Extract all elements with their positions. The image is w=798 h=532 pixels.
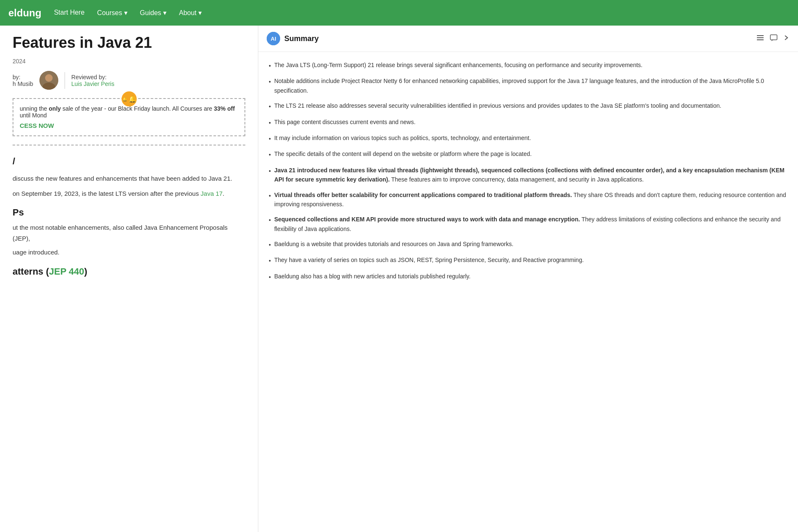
bullet-point: • [269, 272, 271, 282]
list-icon[interactable] [756, 34, 764, 44]
bullet-point: • [269, 77, 271, 95]
summary-item: •Baeldung also has a blog with new artic… [269, 272, 788, 282]
summary-item-text: This page content discusses current even… [274, 117, 416, 127]
jep-paragraph-2: uage introduced. [13, 247, 245, 258]
intro-section-label: / [13, 156, 245, 167]
svg-text:🔔: 🔔 [122, 97, 127, 102]
summary-header: AI Summary [258, 26, 798, 52]
summary-item-text: Baeldung is a website that provides tuto… [274, 239, 513, 249]
summary-item: •The Java LTS (Long-Term Support) 21 rel… [269, 60, 788, 70]
summary-item: •The LTS 21 release also addresses sever… [269, 101, 788, 111]
summary-title: Summary [284, 34, 752, 43]
summary-panel: AI Summary [258, 26, 798, 532]
bullet-point: • [269, 102, 271, 111]
access-now-button[interactable]: CESS NOW [20, 122, 238, 129]
bullet-point: • [269, 61, 271, 70]
bullet-point: • [269, 134, 271, 143]
intro-paragraph-2: on September 19, 2023, is the latest LTS… [13, 188, 245, 199]
reviewer-avatar [39, 71, 58, 90]
summary-item-text: The Java LTS (Long-Term Support) 21 rele… [274, 60, 642, 70]
summary-item: •They have a variety of series on topics… [269, 255, 788, 265]
summary-item-text: Java 21 introduced new features like vir… [274, 166, 788, 184]
summary-ai-icon: AI [267, 32, 280, 45]
promo-banner: 🔔 🔔 unning the only sale of the year - o… [13, 98, 245, 136]
patterns-heading: atterns (JEP 440) [13, 266, 245, 277]
bullet-point: • [269, 150, 271, 159]
summary-item: •The specific details of the content wil… [269, 149, 788, 159]
summary-toolbar [756, 34, 790, 44]
summary-item-text: The LTS 21 release also addresses severa… [274, 101, 721, 111]
svg-rect-10 [770, 35, 777, 40]
article-meta: by: h Musib Reviewed by: Luis Javier Per… [13, 71, 245, 90]
svg-point-1 [45, 74, 53, 82]
summary-item-text: Sequenced collections and KEM API provid… [274, 215, 788, 234]
reviewed-by-label: Reviewed by: [71, 74, 107, 80]
bullet-point: • [269, 166, 271, 184]
summary-item: •Java 21 introduced new features like vi… [269, 166, 788, 184]
promo-icon: 🔔 🔔 [122, 91, 137, 106]
summary-item: •This page content discusses current eve… [269, 117, 788, 127]
summary-item: •Virtual threads offer better scalabilit… [269, 190, 788, 209]
main-nav: Start Here Courses ▾ Guides ▾ About ▾ [54, 9, 202, 17]
jep-section-label: Ps [13, 207, 245, 218]
divider-bottom [13, 145, 245, 145]
svg-text:AI: AI [271, 36, 276, 42]
reviewer-name[interactable]: Luis Javier Peris [71, 80, 114, 87]
summary-item-text: It may include information on various to… [274, 133, 531, 143]
chevron-right-icon[interactable] [783, 34, 790, 43]
bullet-point: • [269, 118, 271, 127]
author-name: h Musib [13, 80, 33, 87]
bullet-point: • [269, 240, 271, 249]
svg-rect-7 [757, 35, 764, 36]
svg-rect-8 [757, 37, 764, 38]
summary-item: •It may include information on various t… [269, 133, 788, 143]
article-intro: discuss the new features and enhancement… [13, 173, 245, 199]
site-header: eldung Start Here Courses ▾ Guides ▾ Abo… [0, 0, 798, 26]
nav-start-here[interactable]: Start Here [54, 9, 85, 17]
jep-paragraph-1: ut the most notable enhancements, also c… [13, 222, 245, 244]
article-panel: Features in Java 21 2024 by: h Musib Rev… [0, 26, 258, 532]
bullet-point: • [269, 256, 271, 265]
written-by-label: by: [13, 74, 21, 80]
article-date: 2024 [13, 58, 245, 65]
nav-guides[interactable]: Guides ▾ [140, 9, 166, 17]
intro-paragraph-1: discuss the new features and enhancement… [13, 173, 245, 184]
bullet-point: • [269, 215, 271, 234]
bullet-point: • [269, 191, 271, 209]
jep-body: ut the most notable enhancements, also c… [13, 222, 245, 258]
chat-icon[interactable] [769, 34, 778, 44]
jep440-link[interactable]: JEP 440 [49, 266, 84, 277]
reviewer-divider [65, 72, 65, 89]
article-title: Features in Java 21 [13, 34, 245, 52]
summary-item-text: The specific details of the content will… [274, 149, 532, 159]
nav-courses[interactable]: Courses ▾ [97, 9, 127, 17]
summary-content: •The Java LTS (Long-Term Support) 21 rel… [258, 52, 798, 532]
summary-item-text: Baeldung also has a blog with new articl… [274, 272, 470, 282]
summary-item: •Sequenced collections and KEM API provi… [269, 215, 788, 234]
summary-item: •Notable additions include Project React… [269, 76, 788, 95]
summary-item-text: Virtual threads offer better scalability… [274, 190, 788, 209]
site-logo[interactable]: eldung [8, 7, 42, 19]
main-container: Features in Java 21 2024 by: h Musib Rev… [0, 26, 798, 532]
summary-item-text: Notable additions include Project Reacto… [274, 76, 788, 95]
svg-rect-9 [757, 39, 764, 40]
summary-item-text: They have a variety of series on topics … [274, 255, 584, 265]
nav-about[interactable]: About ▾ [179, 9, 202, 17]
java17-link[interactable]: Java 17 [200, 190, 223, 197]
summary-item: •Baeldung is a website that provides tut… [269, 239, 788, 249]
banner-text: unning the only sale of the year - our B… [20, 105, 238, 119]
